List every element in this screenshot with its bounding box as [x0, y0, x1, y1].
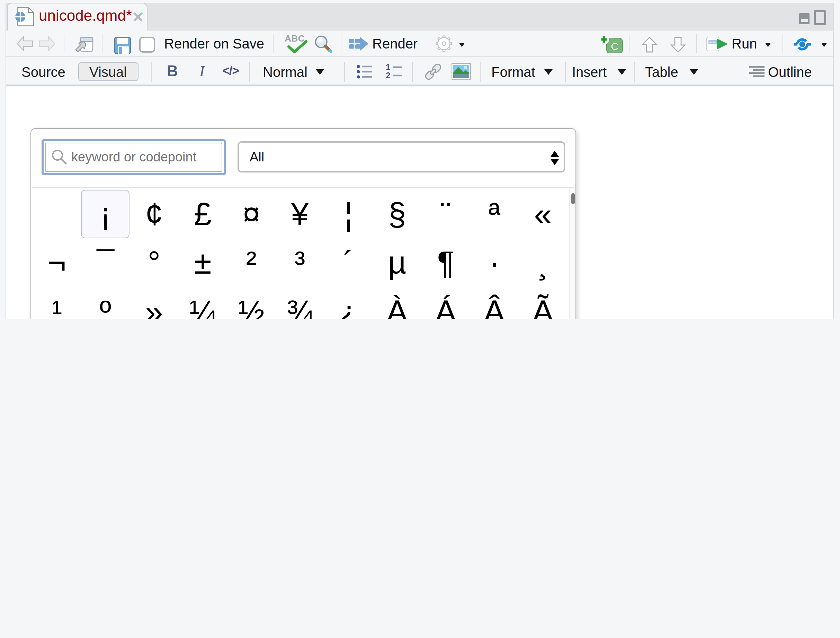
svg-text:2: 2 — [386, 71, 390, 79]
svg-text:C: C — [611, 41, 618, 52]
